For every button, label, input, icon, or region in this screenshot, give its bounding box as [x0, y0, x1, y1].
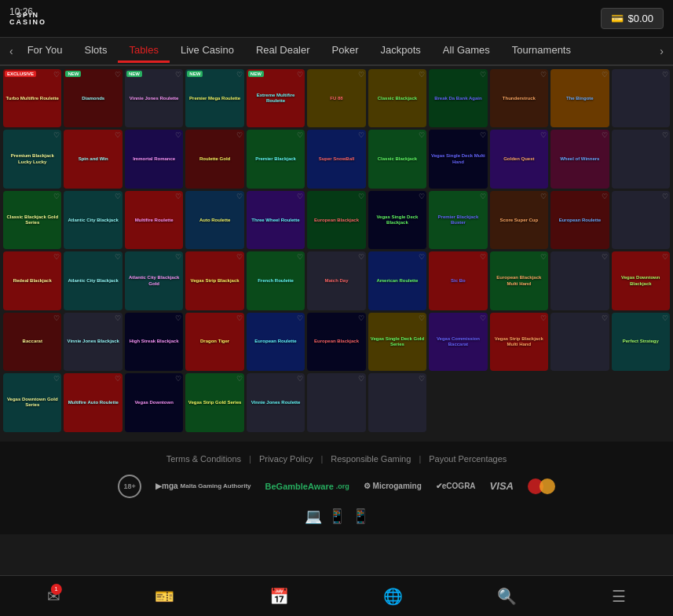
game-card[interactable]: ♡Vegas Strip Blackjack — [185, 251, 243, 310]
messages-nav[interactable]: 1✉ — [47, 587, 60, 606]
favorite-icon[interactable]: ♡ — [53, 253, 60, 261]
game-card[interactable]: ♡Roulette Gold — [185, 130, 243, 188]
game-card[interactable]: ♡European Blackjack Multi Hand — [490, 251, 548, 310]
favorite-icon[interactable]: ♡ — [358, 314, 364, 322]
nav-item-all-games[interactable]: All Games — [432, 39, 501, 63]
game-card[interactable]: ♡Vegas Strip Blackjack Multi Hand — [490, 313, 548, 371]
game-card[interactable]: ♡FU 88 — [307, 69, 365, 127]
favorite-icon[interactable]: ♡ — [115, 71, 121, 79]
nav-item-poker[interactable]: Poker — [321, 39, 370, 63]
game-card[interactable]: ♡Atlantic City Blackjack — [64, 251, 122, 310]
favorite-icon[interactable]: ♡ — [236, 253, 243, 261]
game-card[interactable]: ♡Atlantic City Blackjack Gold — [125, 251, 183, 310]
favorite-icon[interactable]: ♡ — [480, 131, 486, 139]
game-card[interactable]: ♡French Roulette — [247, 251, 305, 310]
favorite-icon[interactable]: ♡ — [358, 253, 364, 261]
game-card[interactable]: ♡Atlantic City Blackjack — [64, 191, 122, 249]
favorite-icon[interactable]: ♡ — [662, 253, 668, 261]
favorite-icon[interactable]: ♡ — [53, 71, 60, 79]
game-card[interactable]: ♡European Blackjack — [307, 313, 365, 371]
favorite-icon[interactable]: ♡ — [540, 71, 547, 79]
favorite-icon[interactable]: ♡ — [297, 192, 303, 200]
favorite-icon[interactable]: ♡ — [358, 131, 364, 139]
game-card[interactable]: ♡Vegas Downtown Gold Series — [3, 373, 61, 431]
game-card[interactable]: ♡Immortal Romance — [125, 130, 183, 188]
game-card[interactable]: ♡Premium Blackjack Lucky Lucky — [3, 130, 61, 188]
game-card[interactable]: ♡Vegas Strip Gold Series — [185, 373, 243, 431]
globe-nav[interactable]: 🌐 — [383, 587, 403, 606]
favorite-icon[interactable]: ♡ — [53, 192, 60, 200]
game-card[interactable]: ♡ — [550, 251, 609, 310]
favorite-icon[interactable]: ♡ — [419, 253, 425, 261]
game-card[interactable]: ♡ — [612, 130, 670, 188]
nav-item-tables[interactable]: Tables — [118, 39, 170, 63]
game-card[interactable]: ♡Premier Blackjack — [247, 130, 305, 188]
game-card[interactable]: NEW♡Vinnie Jones Roulette — [125, 69, 183, 127]
favorite-icon[interactable]: ♡ — [53, 314, 60, 322]
game-card[interactable]: ♡ — [612, 69, 670, 127]
favorite-icon[interactable]: ♡ — [175, 131, 181, 139]
nav-right-arrow[interactable]: › — [657, 45, 667, 57]
game-card[interactable]: ♡Vinnie Jones Roulette — [247, 373, 305, 431]
favorite-icon[interactable]: ♡ — [662, 314, 668, 322]
calendar-nav[interactable]: 📅 — [269, 587, 289, 606]
favorite-icon[interactable]: ♡ — [236, 131, 243, 139]
game-card[interactable]: ♡ — [307, 373, 365, 431]
favorite-icon[interactable]: ♡ — [602, 192, 608, 200]
favorite-icon[interactable]: ♡ — [175, 192, 181, 200]
favorite-icon[interactable]: ♡ — [662, 131, 668, 139]
game-card[interactable]: ♡Classic Blackjack — [368, 130, 426, 188]
favorite-icon[interactable]: ♡ — [480, 192, 486, 200]
favorite-icon[interactable]: ♡ — [297, 71, 303, 79]
game-card[interactable]: ♡Wheel of Winners — [550, 130, 609, 188]
favorite-icon[interactable]: ♡ — [236, 192, 243, 200]
game-card[interactable]: ♡Perfect Strategy — [612, 313, 670, 371]
game-card[interactable]: NEW♡Premier Mega Roulette — [185, 69, 243, 127]
game-card[interactable]: NEW♡Diamonds — [64, 69, 122, 127]
game-card[interactable]: ♡Golden Quest — [490, 130, 548, 188]
nav-item-for-you[interactable]: For You — [16, 39, 74, 63]
game-card[interactable]: ♡Premier Blackjack Buster — [429, 191, 487, 249]
game-card[interactable]: ♡Vegas Single Deck Gold Series — [368, 313, 426, 371]
footer-link[interactable]: Payout Percentages — [429, 454, 507, 464]
nav-item-real-dealer[interactable]: Real Dealer — [245, 39, 321, 63]
game-card[interactable]: ♡ — [550, 313, 609, 371]
favorite-icon[interactable]: ♡ — [662, 71, 668, 79]
tickets-nav[interactable]: 🎫 — [155, 587, 174, 606]
favorite-icon[interactable]: ♡ — [358, 192, 364, 200]
game-card[interactable]: ♡Super SnowBall — [307, 130, 365, 188]
favorite-icon[interactable]: ♡ — [236, 71, 243, 79]
favorite-icon[interactable]: ♡ — [175, 71, 181, 79]
nav-item-slots[interactable]: Slots — [74, 39, 119, 63]
footer-link[interactable]: Responsible Gaming — [331, 454, 411, 464]
menu-nav[interactable]: ☰ — [612, 587, 626, 606]
favorite-icon[interactable]: ♡ — [358, 71, 364, 79]
game-card[interactable]: ♡Thunderstruck — [490, 69, 548, 127]
favorite-icon[interactable]: ♡ — [115, 253, 121, 261]
game-card[interactable]: ♡High Streak Blackjack — [125, 313, 183, 371]
favorite-icon[interactable]: ♡ — [297, 375, 303, 383]
game-card[interactable]: ♡Baccarat — [3, 313, 61, 371]
favorite-icon[interactable]: ♡ — [115, 314, 121, 322]
nav-left-arrow[interactable]: ‹ — [6, 45, 16, 57]
game-card[interactable]: ♡ — [612, 191, 670, 249]
nav-item-live-casino[interactable]: Live Casino — [170, 39, 245, 63]
nav-item-jackpots[interactable]: Jackpots — [370, 39, 432, 63]
favorite-icon[interactable]: ♡ — [602, 253, 608, 261]
game-card[interactable]: ♡Classic Blackjack — [368, 69, 426, 127]
game-card[interactable]: ♡Auto Roulette — [185, 191, 243, 249]
game-card[interactable]: ♡Three Wheel Roulette — [247, 191, 305, 249]
game-card[interactable]: EXCLUSIVE♡Turbo Multifire Roulette — [3, 69, 61, 127]
nav-item-tournaments[interactable]: Tournaments — [501, 39, 582, 63]
favorite-icon[interactable]: ♡ — [602, 131, 608, 139]
favorite-icon[interactable]: ♡ — [53, 375, 60, 383]
favorite-icon[interactable]: ♡ — [419, 71, 425, 79]
game-card[interactable]: ♡Vegas Single Deck Blackjack — [368, 191, 426, 249]
favorite-icon[interactable]: ♡ — [602, 71, 608, 79]
favorite-icon[interactable]: ♡ — [662, 192, 668, 200]
favorite-icon[interactable]: ♡ — [480, 71, 486, 79]
game-card[interactable]: ♡Vegas Downtown — [125, 373, 183, 431]
balance-button[interactable]: 💳 $0.00 — [601, 8, 664, 29]
footer-link[interactable]: Terms & Conditions — [166, 454, 241, 464]
favorite-icon[interactable]: ♡ — [480, 253, 486, 261]
